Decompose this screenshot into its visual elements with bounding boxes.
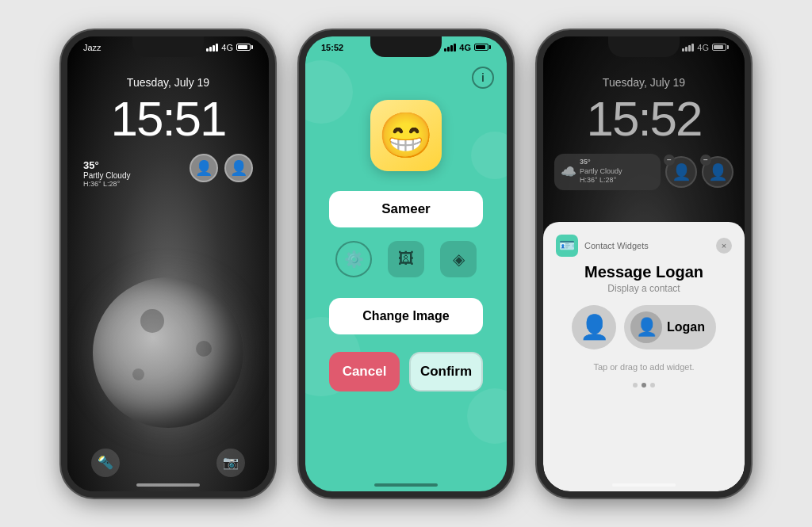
action-icon-row: ⚙️ 🖼 ◈ xyxy=(329,241,483,277)
carrier-label: Jazz xyxy=(83,43,102,52)
signal-icon xyxy=(444,44,456,52)
avatar-1: 👤 xyxy=(190,154,218,182)
status-right: 4G xyxy=(444,43,491,52)
dot-1 xyxy=(633,383,638,388)
logan-avatar: 👤 xyxy=(630,311,662,343)
avatar-widgets: 👤 👤 xyxy=(190,154,253,182)
lock-time: 15:51 xyxy=(67,90,269,147)
phone1-status-bar: Jazz 4G xyxy=(67,43,269,52)
camera-button[interactable]: 📷 xyxy=(216,449,245,477)
confirm-button[interactable]: Confirm xyxy=(409,352,483,391)
change-image-label: Change Image xyxy=(362,309,449,323)
network-label: 4G xyxy=(459,43,471,52)
phone1-background: Jazz 4G Tuesday, July 19 15:51 xyxy=(67,36,269,491)
home-indicator xyxy=(374,483,438,487)
close-icon: × xyxy=(722,241,726,250)
layers-icon-button[interactable]: ◈ xyxy=(440,241,477,277)
modal-contacts-row: 👤 👤 Logan xyxy=(556,305,732,349)
lock-bottom-actions: 🔦 📷 xyxy=(67,449,269,477)
contact-name-display: Sameer xyxy=(329,191,483,227)
modal-hint: Tap or drag to add widget. xyxy=(556,362,732,372)
phone2-status-bar: 15:52 4G xyxy=(305,43,507,52)
emoji-widget: 😁 xyxy=(370,100,442,171)
cancel-button[interactable]: Cancel xyxy=(329,352,400,391)
modal-header: 🪪 Contact Widgets × xyxy=(556,235,732,257)
status-right: 4G xyxy=(206,43,253,52)
contact-name-text: Sameer xyxy=(381,201,430,217)
moon-crater-2 xyxy=(196,341,212,357)
phone2: 15:52 4G i 😁 xyxy=(299,30,513,498)
logan-name-label: Logan xyxy=(667,320,705,334)
flashlight-button[interactable]: 🔦 xyxy=(91,449,120,477)
moon-crater-1 xyxy=(140,309,164,333)
weather-widget: 35° Partly Cloudy H:36° L:28° xyxy=(83,159,130,188)
phone3-background: 4G Tuesday, July 19 15:52 ☁️ 35° Partly … xyxy=(543,36,745,491)
battery-icon xyxy=(236,44,253,51)
network-label: 4G xyxy=(221,43,233,52)
contact-item-logan[interactable]: 👤 Logan xyxy=(624,305,716,349)
contact-widget-modal: 🪪 Contact Widgets × Message Logan Displa… xyxy=(543,222,745,491)
settings-icon-button[interactable]: ⚙️ xyxy=(335,241,372,277)
phone2-background: 15:52 4G i 😁 xyxy=(305,36,507,491)
moon-crater-3 xyxy=(132,369,144,380)
weather-temp: 35° xyxy=(83,159,130,171)
weather-range: H:36° L:28° xyxy=(83,180,130,188)
contact-placeholder-1[interactable]: 👤 xyxy=(572,305,616,349)
avatar-2: 👤 xyxy=(224,154,253,182)
lock-date: Tuesday, July 19 xyxy=(67,76,269,89)
moon-image xyxy=(93,277,243,428)
home-indicator xyxy=(136,483,200,487)
page-dots xyxy=(556,383,732,388)
phone1: Jazz 4G Tuesday, July 19 15:51 xyxy=(61,30,275,498)
dot-3 xyxy=(650,383,655,388)
modal-title: Message Logan xyxy=(556,263,732,281)
cancel-label: Cancel xyxy=(343,364,387,380)
battery-icon xyxy=(474,44,491,51)
action-buttons-row: Cancel Confirm xyxy=(329,352,483,391)
app-icon: 🪪 xyxy=(556,235,578,257)
phone3: 4G Tuesday, July 19 15:52 ☁️ 35° Partly … xyxy=(537,30,751,498)
info-icon: i xyxy=(481,71,485,84)
image-icon-button[interactable]: 🖼 xyxy=(388,241,424,277)
signal-icon xyxy=(206,44,218,52)
confirm-label: Confirm xyxy=(420,364,472,380)
modal-close-button[interactable]: × xyxy=(716,238,732,254)
change-image-button[interactable]: Change Image xyxy=(329,298,483,334)
modal-subtitle: Display a contact xyxy=(556,283,732,294)
home-indicator xyxy=(612,483,676,487)
info-button[interactable]: i xyxy=(472,67,494,89)
weather-desc: Partly Cloudy xyxy=(83,171,130,180)
emoji-display: 😁 xyxy=(378,109,434,162)
app-name-label: Contact Widgets xyxy=(584,241,649,250)
time-label: 15:52 xyxy=(321,43,343,52)
dot-2 xyxy=(642,383,646,388)
